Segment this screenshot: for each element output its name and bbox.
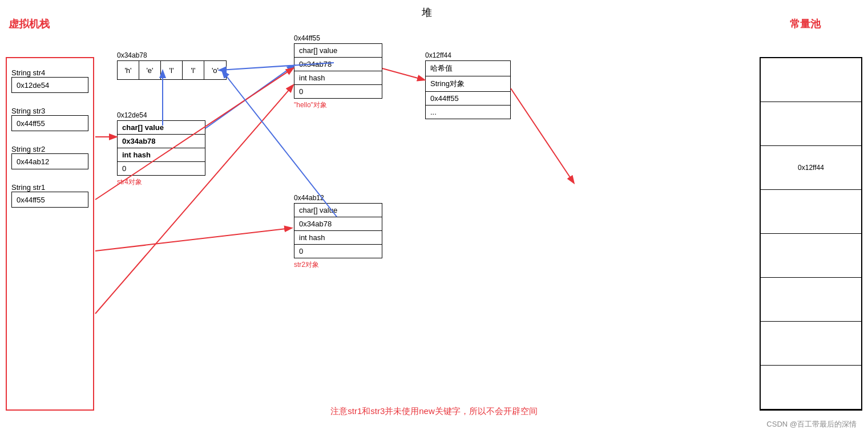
const-cell-3: 0x12ff44 bbox=[761, 146, 861, 190]
char-cell-l1: 'l' bbox=[161, 61, 183, 79]
str2-hash-label: int hash bbox=[294, 231, 382, 245]
hello-char-value-label: char[] value bbox=[294, 44, 382, 58]
str2-char-value: 0x34ab78 bbox=[294, 217, 382, 231]
char-cell-h: 'h' bbox=[118, 61, 139, 79]
str4-obj-label: str4对象 bbox=[117, 177, 205, 187]
char-array-box: 0x34ab78 'h' 'e' 'l' 'l' 'o' bbox=[117, 51, 227, 80]
str2-addr-label: 0x44ab12 bbox=[294, 194, 382, 202]
svg-line-6 bbox=[511, 88, 574, 182]
const-cell-5 bbox=[761, 234, 861, 278]
hello-object: char[] value 0x34ab78 int hash 0 bbox=[294, 43, 382, 99]
str2-obj-label: str2对象 bbox=[294, 260, 382, 270]
stack-value-str1: 0x44ff55 bbox=[11, 192, 88, 208]
pool-hash-label: 哈希值 bbox=[426, 61, 510, 76]
const-pool-wrapper: 常量池 0x12ff44 bbox=[748, 34, 862, 428]
stack-item-str3: String str3 0x44ff55 bbox=[11, 102, 88, 131]
stack-value-str2: 0x44ab12 bbox=[11, 153, 88, 169]
const-cell-4 bbox=[761, 190, 861, 234]
pool-ellipsis: ... bbox=[426, 106, 510, 119]
heap-title: 堆 bbox=[106, 6, 748, 19]
pool-string-value: 0x44ff55 bbox=[426, 92, 510, 106]
const-title: 常量池 bbox=[748, 17, 862, 31]
hello-obj-label: "hello"对象 bbox=[294, 100, 382, 110]
str4-addr-label: 0x12de54 bbox=[117, 111, 205, 119]
char-array-addr: 0x34ab78 bbox=[117, 51, 227, 59]
str4-hash-label: int hash bbox=[118, 148, 205, 162]
stack-item-str4: String str4 0x12de54 bbox=[11, 64, 88, 93]
stack-item-str2: String str2 0x44ab12 bbox=[11, 140, 88, 169]
char-array-cells: 'h' 'e' 'l' 'l' 'o' bbox=[117, 60, 227, 80]
bottom-note: 注意str1和str3并未使用new关键字，所以不会开辟空间 bbox=[330, 406, 538, 417]
pool-string-label: String对象 bbox=[426, 76, 510, 92]
str2-object: char[] value 0x34ab78 int hash 0 bbox=[294, 203, 382, 258]
pool-addr-label: 0x12ff44 bbox=[425, 51, 511, 59]
stack-value-str3: 0x44ff55 bbox=[11, 115, 88, 131]
str4-hash-value: 0 bbox=[118, 162, 205, 175]
stack-label-str1: String str1 bbox=[11, 183, 88, 192]
const-cell-2 bbox=[761, 102, 861, 146]
str2-hash-value: 0 bbox=[294, 245, 382, 258]
char-cell-o: 'o' bbox=[204, 61, 226, 79]
str4-char-value: 0x34ab78 bbox=[118, 135, 205, 148]
svg-line-1 bbox=[95, 228, 291, 251]
str4-char-value-label: char[] value bbox=[118, 121, 205, 135]
stack-value-str4: 0x12de54 bbox=[11, 77, 88, 93]
str2-object-container: 0x44ab12 char[] value 0x34ab78 int hash … bbox=[294, 194, 382, 270]
stack-label-str3: String str3 bbox=[11, 107, 88, 115]
hello-char-value: 0x34ab78 bbox=[294, 58, 382, 71]
char-cell-e: 'e' bbox=[139, 61, 161, 79]
hello-hash-value: 0 bbox=[294, 85, 382, 98]
stack-title: 虚拟机栈 bbox=[9, 17, 50, 31]
const-cell-7 bbox=[761, 322, 861, 366]
const-cell-1 bbox=[761, 58, 861, 102]
hello-addr-label: 0x44ff55 bbox=[294, 34, 382, 42]
stack-label-str4: String str4 bbox=[11, 68, 88, 77]
svg-line-5 bbox=[382, 68, 424, 80]
watermark: CSDN @百工带最后的深情 bbox=[766, 419, 857, 429]
stack-item-str1: String str1 0x44ff55 bbox=[11, 179, 88, 208]
const-cell-8 bbox=[761, 366, 861, 409]
heap-section: 堆 0x34ab78 'h' 'e' 'l' 'l' 'o' 0x12de54 … bbox=[106, 6, 748, 428]
char-cell-l2: 'l' bbox=[183, 61, 204, 79]
str2-char-value-label: char[] value bbox=[294, 204, 382, 217]
const-cell-6 bbox=[761, 278, 861, 322]
const-section: 0x12ff44 bbox=[760, 57, 862, 411]
string-pool-container: 0x12ff44 哈希值 String对象 0x44ff55 ... bbox=[425, 51, 511, 119]
string-pool-object: 哈希值 String对象 0x44ff55 ... bbox=[425, 60, 511, 119]
str4-object-container: 0x12de54 char[] value 0x34ab78 int hash … bbox=[117, 111, 205, 187]
hello-hash-label: int hash bbox=[294, 71, 382, 85]
str4-object: char[] value 0x34ab78 int hash 0 bbox=[117, 120, 205, 176]
hello-object-container: 0x44ff55 char[] value 0x34ab78 int hash … bbox=[294, 34, 382, 110]
stack-section: String str4 0x12de54 String str3 0x44ff5… bbox=[6, 57, 94, 411]
stack-label-str2: String str2 bbox=[11, 145, 88, 153]
